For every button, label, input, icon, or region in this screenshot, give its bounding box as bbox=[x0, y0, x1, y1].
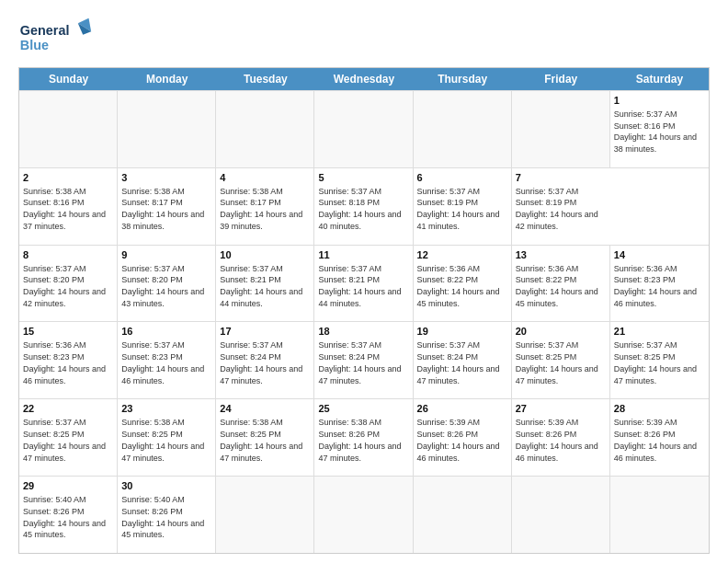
cell-info: Sunrise: 5:37 AMSunset: 8:23 PMDaylight:… bbox=[121, 340, 204, 385]
cell-info: Sunrise: 5:40 AMSunset: 8:26 PMDaylight:… bbox=[23, 495, 106, 539]
cal-cell bbox=[512, 477, 610, 553]
cal-cell: 16Sunrise: 5:37 AMSunset: 8:23 PMDayligh… bbox=[118, 322, 216, 398]
cell-info: Sunrise: 5:37 AMSunset: 8:21 PMDaylight:… bbox=[220, 264, 302, 308]
cell-info: Sunrise: 5:38 AMSunset: 8:25 PMDaylight:… bbox=[121, 418, 204, 462]
cal-cell: 23Sunrise: 5:38 AMSunset: 8:25 PMDayligh… bbox=[118, 399, 216, 476]
cell-info: Sunrise: 5:39 AMSunset: 8:26 PMDaylight:… bbox=[417, 418, 500, 462]
cal-cell: 22Sunrise: 5:37 AMSunset: 8:25 PMDayligh… bbox=[19, 399, 118, 476]
cal-cell bbox=[314, 477, 413, 553]
cell-info: Sunrise: 5:37 AMSunset: 8:19 PMDaylight:… bbox=[417, 187, 500, 231]
header-thursday: Thursday bbox=[414, 68, 512, 90]
day-number: 3 bbox=[121, 171, 211, 185]
cal-cell bbox=[512, 91, 610, 167]
header-wednesday: Wednesday bbox=[314, 68, 413, 90]
day-number: 6 bbox=[417, 171, 507, 185]
day-number: 12 bbox=[417, 248, 507, 262]
day-number: 5 bbox=[318, 171, 408, 185]
cal-cell: 28Sunrise: 5:39 AMSunset: 8:26 PMDayligh… bbox=[610, 399, 709, 476]
day-number: 18 bbox=[318, 325, 408, 339]
cal-cell bbox=[216, 91, 314, 167]
day-number: 14 bbox=[614, 248, 705, 262]
calendar: Sunday Monday Tuesday Wednesday Thursday… bbox=[18, 67, 710, 554]
cal-cell: 6Sunrise: 5:37 AMSunset: 8:19 PMDaylight… bbox=[414, 168, 512, 245]
day-number: 15 bbox=[23, 325, 113, 339]
cal-cell: 7Sunrise: 5:37 AMSunset: 8:19 PMDaylight… bbox=[512, 168, 610, 245]
cell-info: Sunrise: 5:40 AMSunset: 8:26 PMDaylight:… bbox=[121, 495, 204, 539]
page: General Blue Sunday Monday Tuesday Wedne… bbox=[0, 0, 728, 563]
cell-info: Sunrise: 5:37 AMSunset: 8:24 PMDaylight:… bbox=[417, 340, 500, 385]
cell-info: Sunrise: 5:38 AMSunset: 8:25 PMDaylight:… bbox=[220, 418, 302, 462]
day-number: 17 bbox=[220, 325, 310, 339]
cell-info: Sunrise: 5:36 AMSunset: 8:23 PMDaylight:… bbox=[23, 340, 106, 385]
calendar-body: 1Sunrise: 5:37 AMSunset: 8:16 PMDaylight… bbox=[19, 90, 709, 553]
cal-cell bbox=[610, 477, 709, 553]
cell-info: Sunrise: 5:37 AMSunset: 8:25 PMDaylight:… bbox=[23, 418, 106, 462]
calendar-week-1: 2Sunrise: 5:38 AMSunset: 8:16 PMDaylight… bbox=[19, 167, 709, 245]
day-number: 4 bbox=[220, 171, 310, 185]
cal-cell: 3Sunrise: 5:38 AMSunset: 8:17 PMDaylight… bbox=[118, 168, 216, 245]
cell-info: Sunrise: 5:36 AMSunset: 8:23 PMDaylight:… bbox=[614, 264, 697, 308]
svg-text:Blue: Blue bbox=[20, 38, 49, 52]
calendar-week-5: 29Sunrise: 5:40 AMSunset: 8:26 PMDayligh… bbox=[19, 476, 709, 553]
cal-cell: 12Sunrise: 5:36 AMSunset: 8:22 PMDayligh… bbox=[414, 246, 512, 322]
logo: General Blue bbox=[18, 17, 101, 58]
day-number: 24 bbox=[220, 402, 310, 416]
day-number: 2 bbox=[23, 171, 113, 185]
day-number: 30 bbox=[121, 479, 211, 493]
cal-cell: 18Sunrise: 5:37 AMSunset: 8:24 PMDayligh… bbox=[314, 322, 413, 398]
cell-info: Sunrise: 5:36 AMSunset: 8:22 PMDaylight:… bbox=[417, 264, 500, 308]
cell-info: Sunrise: 5:37 AMSunset: 8:21 PMDaylight:… bbox=[318, 264, 401, 308]
cal-cell bbox=[414, 91, 512, 167]
svg-text:General: General bbox=[20, 23, 70, 38]
cal-cell bbox=[414, 477, 512, 553]
cal-cell: 17Sunrise: 5:37 AMSunset: 8:24 PMDayligh… bbox=[216, 322, 314, 398]
day-number: 16 bbox=[121, 325, 211, 339]
cal-cell: 14Sunrise: 5:36 AMSunset: 8:23 PMDayligh… bbox=[610, 246, 709, 322]
cell-info: Sunrise: 5:38 AMSunset: 8:26 PMDaylight:… bbox=[318, 418, 401, 462]
header-monday: Monday bbox=[118, 68, 216, 90]
cal-cell: 2Sunrise: 5:38 AMSunset: 8:16 PMDaylight… bbox=[19, 168, 118, 245]
cal-cell: 24Sunrise: 5:38 AMSunset: 8:25 PMDayligh… bbox=[216, 399, 314, 476]
cal-cell: 8Sunrise: 5:37 AMSunset: 8:20 PMDaylight… bbox=[19, 246, 118, 322]
cell-info: Sunrise: 5:38 AMSunset: 8:17 PMDaylight:… bbox=[220, 187, 302, 231]
cell-info: Sunrise: 5:37 AMSunset: 8:25 PMDaylight:… bbox=[614, 340, 697, 385]
cell-info: Sunrise: 5:38 AMSunset: 8:16 PMDaylight:… bbox=[23, 187, 106, 231]
cell-info: Sunrise: 5:37 AMSunset: 8:24 PMDaylight:… bbox=[318, 340, 401, 385]
cal-cell bbox=[19, 91, 118, 167]
day-number: 8 bbox=[23, 248, 113, 262]
cal-cell: 27Sunrise: 5:39 AMSunset: 8:26 PMDayligh… bbox=[512, 399, 610, 476]
calendar-week-0: 1Sunrise: 5:37 AMSunset: 8:16 PMDaylight… bbox=[19, 90, 709, 167]
cal-cell: 13Sunrise: 5:36 AMSunset: 8:22 PMDayligh… bbox=[512, 246, 610, 322]
cell-info: Sunrise: 5:36 AMSunset: 8:22 PMDaylight:… bbox=[516, 264, 598, 308]
header-saturday: Saturday bbox=[610, 68, 709, 90]
cal-cell: 19Sunrise: 5:37 AMSunset: 8:24 PMDayligh… bbox=[414, 322, 512, 398]
header-sunday: Sunday bbox=[19, 68, 118, 90]
day-number: 19 bbox=[417, 325, 507, 339]
cal-cell bbox=[118, 91, 216, 167]
cal-cell: 1Sunrise: 5:37 AMSunset: 8:16 PMDaylight… bbox=[610, 91, 709, 167]
cal-cell: 10Sunrise: 5:37 AMSunset: 8:21 PMDayligh… bbox=[216, 246, 314, 322]
day-number: 26 bbox=[417, 402, 507, 416]
cal-cell: 11Sunrise: 5:37 AMSunset: 8:21 PMDayligh… bbox=[314, 246, 413, 322]
cell-info: Sunrise: 5:39 AMSunset: 8:26 PMDaylight:… bbox=[516, 418, 598, 462]
day-number: 13 bbox=[516, 248, 606, 262]
cal-cell: 4Sunrise: 5:38 AMSunset: 8:17 PMDaylight… bbox=[216, 168, 314, 245]
calendar-header: Sunday Monday Tuesday Wednesday Thursday… bbox=[19, 68, 709, 90]
cell-info: Sunrise: 5:37 AMSunset: 8:18 PMDaylight:… bbox=[318, 187, 401, 231]
day-number: 23 bbox=[121, 402, 211, 416]
day-number: 1 bbox=[614, 94, 705, 108]
cell-info: Sunrise: 5:37 AMSunset: 8:20 PMDaylight:… bbox=[121, 264, 204, 308]
cell-info: Sunrise: 5:37 AMSunset: 8:24 PMDaylight:… bbox=[220, 340, 302, 385]
cal-cell: 29Sunrise: 5:40 AMSunset: 8:26 PMDayligh… bbox=[19, 477, 118, 553]
cell-info: Sunrise: 5:37 AMSunset: 8:25 PMDaylight:… bbox=[516, 340, 598, 385]
cell-info: Sunrise: 5:37 AMSunset: 8:19 PMDaylight:… bbox=[516, 187, 598, 231]
header-friday: Friday bbox=[512, 68, 610, 90]
day-number: 25 bbox=[318, 402, 408, 416]
day-number: 21 bbox=[614, 325, 705, 339]
cell-info: Sunrise: 5:38 AMSunset: 8:17 PMDaylight:… bbox=[121, 187, 204, 231]
cal-cell bbox=[216, 477, 314, 553]
cal-cell: 5Sunrise: 5:37 AMSunset: 8:18 PMDaylight… bbox=[314, 168, 413, 245]
header-tuesday: Tuesday bbox=[216, 68, 314, 90]
cal-cell: 9Sunrise: 5:37 AMSunset: 8:20 PMDaylight… bbox=[118, 246, 216, 322]
calendar-week-4: 22Sunrise: 5:37 AMSunset: 8:25 PMDayligh… bbox=[19, 398, 709, 476]
